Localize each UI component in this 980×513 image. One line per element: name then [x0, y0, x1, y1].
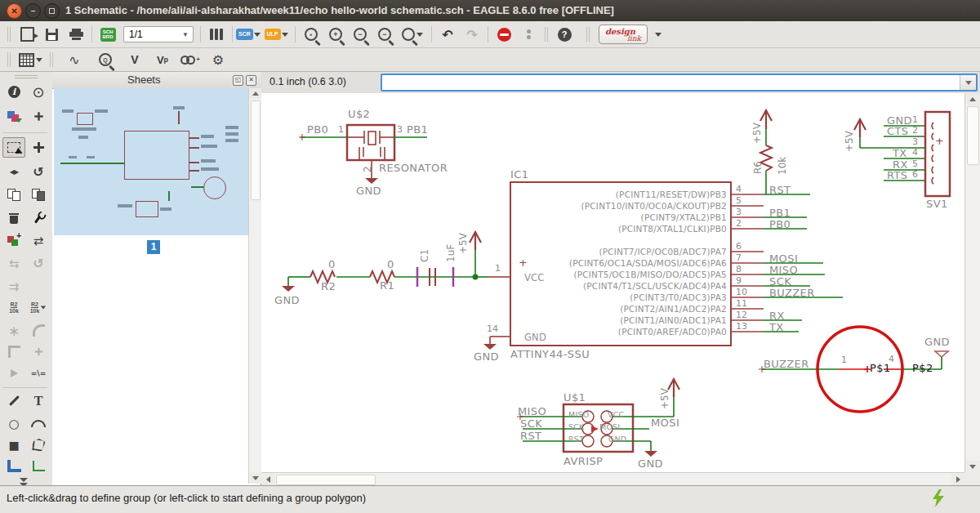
scroll-thumb[interactable] — [251, 100, 261, 200]
mirror-button[interactable] — [2, 162, 25, 182]
scroll-thumb[interactable] — [967, 106, 979, 165]
title-bar[interactable]: ✕ – 1 Schematic - /home/ali/ali-alsharak… — [0, 0, 980, 22]
command-input[interactable] — [382, 75, 960, 90]
simulate-button[interactable] — [62, 49, 87, 70]
dimension-button[interactable] — [27, 341, 50, 362]
zoom-fit-button[interactable] — [299, 24, 323, 45]
bus-button[interactable] — [2, 456, 25, 476]
scroll-down-icon[interactable] — [969, 465, 976, 469]
settings-button[interactable] — [206, 49, 230, 70]
float-panel-icon[interactable]: ◱ — [233, 75, 243, 86]
toolbar-grip[interactable] — [7, 52, 11, 67]
chevron-down-icon — [655, 33, 662, 37]
miter-button[interactable] — [27, 320, 50, 341]
canvas-hscrollbar[interactable] — [261, 472, 964, 485]
delete-button[interactable] — [2, 207, 25, 228]
canvas-vscrollbar[interactable] — [964, 93, 980, 472]
scroll-up-icon[interactable] — [969, 97, 976, 101]
sheet-thumbnail[interactable] — [54, 88, 248, 235]
maximize-icon[interactable] — [44, 3, 60, 19]
library-button[interactable] — [204, 24, 229, 45]
voltage-phase-button[interactable]: Vp — [150, 49, 175, 70]
scroll-down-icon[interactable] — [252, 476, 259, 480]
display-layers-button[interactable] — [2, 106, 25, 127]
stop-button[interactable] — [492, 24, 516, 45]
probe-button[interactable]: Q — [93, 49, 118, 70]
miter-round-icon — [33, 324, 45, 337]
scroll-up-icon[interactable] — [252, 91, 259, 96]
thumb-shape — [189, 137, 199, 139]
gnd-label: GND — [356, 185, 381, 197]
polygon-button[interactable] — [27, 435, 50, 455]
scroll-left-icon[interactable] — [266, 476, 270, 483]
crossprobe-button[interactable] — [2, 276, 25, 297]
smash-button[interactable] — [2, 320, 25, 341]
split-button[interactable] — [27, 363, 50, 383]
scroll-thumb[interactable] — [276, 475, 376, 485]
copy-button[interactable] — [2, 185, 25, 205]
wire-button[interactable] — [2, 390, 25, 411]
print-button[interactable] — [64, 24, 88, 45]
paste-button[interactable] — [27, 185, 50, 205]
scroll-right-icon[interactable] — [956, 476, 960, 483]
zoom-out-button[interactable] — [348, 24, 372, 45]
close-icon[interactable]: ✕ — [7, 3, 22, 19]
miter-sharp-button[interactable] — [2, 341, 25, 362]
zoom-select-button[interactable] — [397, 24, 428, 45]
help-button[interactable]: ? — [552, 24, 577, 45]
show-button[interactable] — [27, 82, 50, 102]
sheets-header[interactable]: Sheets ◱ ✕ — [52, 72, 261, 89]
zoom-in-icon — [329, 28, 342, 41]
circle-button[interactable] — [2, 413, 25, 434]
thumb-shape — [95, 109, 108, 113]
change-button[interactable] — [27, 207, 50, 228]
move-button[interactable] — [27, 137, 50, 158]
grid-icon — [19, 53, 34, 67]
value-button[interactable]: R210k — [27, 297, 50, 318]
pin-function: (PCINT2/AIN1/ADC2)PA2 — [620, 304, 727, 314]
name-button[interactable]: R210k — [2, 297, 25, 318]
sheets-scrollbar[interactable] — [248, 88, 261, 484]
thumb-shape — [77, 113, 93, 125]
thumb-shape — [201, 135, 214, 138]
spice-link-button[interactable]: + — [178, 49, 203, 70]
thumb-shape — [201, 145, 217, 148]
board-switch-button[interactable]: SCHBRD — [96, 24, 120, 45]
toolbar-grip[interactable] — [7, 27, 11, 42]
undo-button[interactable] — [435, 24, 460, 45]
plus-mark: + — [935, 135, 944, 147]
rect-button[interactable] — [2, 435, 25, 455]
minimize-icon[interactable]: – — [25, 3, 41, 19]
gateswap-button[interactable] — [2, 253, 25, 274]
voltage-label-button[interactable]: V — [122, 49, 147, 70]
lock-button[interactable] — [27, 253, 50, 274]
rotate-button[interactable] — [27, 162, 50, 182]
sheet-selector[interactable]: 1/1 ▼ — [123, 26, 194, 42]
command-dropdown[interactable] — [960, 75, 976, 90]
open-button[interactable] — [15, 24, 39, 45]
close-panel-icon[interactable]: ✕ — [246, 75, 256, 86]
text-button[interactable] — [27, 390, 50, 411]
redo-button[interactable] — [460, 24, 484, 45]
script-button[interactable]: SCR — [236, 24, 261, 45]
pad-label: MISO — [568, 410, 589, 419]
pin-number: 1 — [912, 114, 918, 125]
add-part-button[interactable]: + — [2, 230, 25, 251]
pinswap-button[interactable] — [27, 230, 50, 251]
save-button[interactable] — [39, 24, 64, 45]
group-button[interactable] — [2, 137, 25, 158]
design-link-button[interactable]: design link — [599, 25, 648, 44]
sheet-page-badge[interactable]: 1 — [147, 240, 160, 254]
zoom-in-button[interactable] — [323, 24, 348, 45]
invoke-button[interactable] — [2, 363, 25, 383]
save-icon — [46, 29, 58, 41]
schematic-canvas[interactable]: U$2 PB0 1 3 PB1 2 RESONATOR GND GND 0 R2… — [261, 93, 964, 472]
zoom-redraw-button[interactable] — [372, 24, 397, 45]
design-link-dropdown[interactable] — [648, 24, 664, 45]
grid-button[interactable] — [15, 49, 46, 70]
info-button[interactable]: i — [2, 82, 25, 102]
net-button[interactable] — [27, 456, 50, 476]
mark-button[interactable] — [27, 106, 50, 127]
arc-button[interactable] — [27, 413, 50, 434]
ulp-button[interactable]: ULP — [261, 24, 292, 45]
